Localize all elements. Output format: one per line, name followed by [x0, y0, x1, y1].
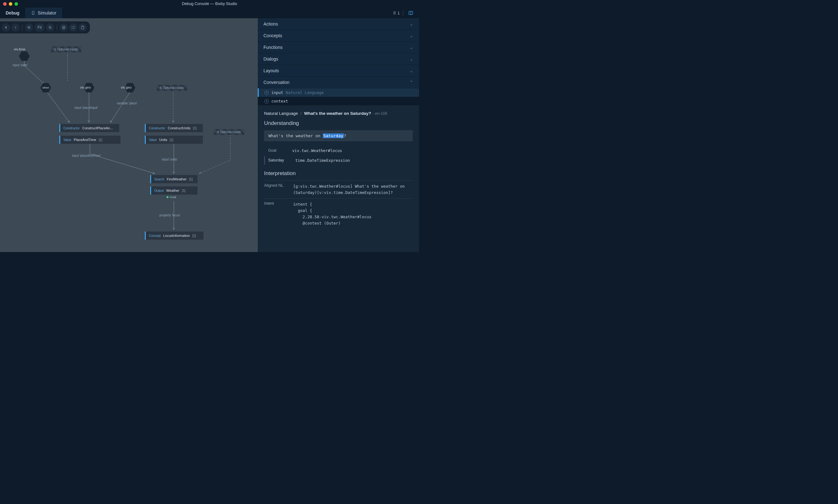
tab-simulator[interactable]: Simulator: [25, 7, 62, 18]
graph-node-hex[interactable]: [19, 51, 30, 61]
accordion-label: Dialogs: [264, 56, 278, 61]
graph-node[interactable]: Constructor ConstructUnits [1]: [145, 124, 203, 132]
intent-value: intent { goal { 2.28.58-viv.twc.Weather#…: [293, 201, 371, 227]
optional-inputs-badge[interactable]: 6 Optional Inputs: [157, 85, 187, 91]
chevron-down-icon: ⌄: [410, 45, 413, 50]
understanding-heading: Understanding: [264, 120, 413, 126]
accordion-item-dialogs[interactable]: Dialogs ⌄: [258, 53, 419, 65]
graph-toolbar: Fit: [0, 21, 90, 33]
plus-circle-icon: +: [264, 91, 269, 95]
goal-dot-icon: [166, 196, 168, 198]
intent-key: Intent: [264, 201, 289, 227]
main: Fit: [0, 18, 419, 252]
tab-debug[interactable]: Debug: [0, 7, 25, 18]
graph-node[interactable]: Value Units [1]: [145, 136, 203, 144]
hex-label: viv.time: [14, 47, 25, 51]
accordion-item-conversation[interactable]: Conversation ⌃: [258, 77, 419, 88]
conversation-context-item[interactable]: + context: [258, 97, 419, 105]
accordion-item-concepts[interactable]: Concepts ⌄: [258, 30, 419, 42]
graph-node-hex[interactable]: when: [40, 83, 51, 92]
svg-marker-17: [62, 26, 65, 28]
tab-label: Debug: [6, 11, 20, 16]
accordion-item-functions[interactable]: Functions ⌄: [258, 42, 419, 53]
layers-button[interactable]: [60, 23, 68, 32]
graph-node[interactable]: Value PlaceAndTime [1]: [59, 136, 121, 144]
chevron-up-icon: ⌃: [410, 80, 413, 85]
node-label: FindWeather: [167, 177, 187, 181]
accordion-item-layouts[interactable]: Layouts ⌄: [258, 65, 419, 77]
goal-badge: Goal: [164, 195, 179, 199]
node-type: Search: [154, 178, 164, 181]
node-count: [1]: [182, 189, 185, 192]
utterance-box: What's the weather on Saturday?: [264, 130, 413, 141]
tab-right-controls: 1: [392, 8, 419, 17]
zoom-in-button[interactable]: [25, 23, 33, 32]
aligned-nl-value: [g:viv.twc.Weather#locus] What's the wea…: [293, 183, 413, 196]
graph-node[interactable]: Concept LocusInformation [1]: [145, 232, 203, 240]
aligned-nl-row: Aligned NL [g:viv.twc.Weather#locus] Wha…: [264, 180, 413, 198]
edge-label: input 'date': [13, 64, 28, 67]
conversation-input-item[interactable]: + input Natural Language: [258, 88, 419, 97]
svg-line-11: [30, 28, 31, 29]
list-count-value: 1: [397, 11, 400, 16]
close-window-button[interactable]: [3, 2, 7, 6]
optional-inputs-badge[interactable]: 5 Optional Inputs: [51, 47, 82, 52]
breadcrumb-locale: - en-GB: [372, 111, 387, 116]
breadcrumb-separator: /: [300, 111, 302, 116]
device-icon: [31, 11, 35, 15]
maximize-window-button[interactable]: [15, 2, 18, 6]
tag-value: time.DateTimeExpression: [295, 158, 350, 163]
node-label: ConstructPlaceAn...: [82, 126, 113, 130]
hex-label: viv.geo: [121, 86, 131, 89]
accordion-label: Functions: [264, 45, 283, 50]
edge-label: input 'placeInput': [74, 106, 98, 109]
zoom-out-button[interactable]: [46, 23, 54, 32]
optional-inputs-badge[interactable]: 4 Optional Inputs: [214, 129, 244, 135]
details-panel: Natural Language / What's the weather on…: [258, 105, 419, 252]
list-count[interactable]: 1: [392, 11, 400, 16]
clipboard-button[interactable]: [78, 23, 87, 32]
accordion-item-actions[interactable]: Actions ⌄: [258, 18, 419, 30]
goal-label: Goal: [170, 195, 176, 199]
clipboard-icon: [81, 25, 85, 29]
node-label: PlaceAndTime: [74, 138, 96, 142]
graph-node[interactable]: Search FindWeather [1]: [150, 175, 197, 183]
edge-label: property 'locus': [159, 214, 180, 217]
node-label: ConstructUnits: [168, 126, 191, 130]
node-count: [1]: [189, 178, 193, 181]
settings-button[interactable]: [69, 23, 77, 32]
chevron-down-icon: ⌄: [410, 56, 413, 61]
fit-button[interactable]: Fit: [34, 23, 45, 32]
traffic-lights: [0, 2, 18, 6]
node-count: [1]: [193, 126, 197, 130]
breadcrumb-query: What's the weather on Saturday?: [304, 111, 371, 116]
nav-forward-button[interactable]: [11, 23, 20, 32]
node-count: [1]: [99, 138, 102, 142]
utterance-post: ?: [344, 133, 346, 138]
graph-node[interactable]: Output Weather [1]: [150, 186, 197, 195]
list-icon: [392, 11, 396, 15]
accordion-label: Actions: [264, 21, 278, 26]
layers-icon: [62, 25, 66, 29]
chevron-right-icon: [14, 25, 17, 29]
hex-label: viv.geo: [80, 86, 91, 89]
chevron-down-icon: ⌄: [410, 21, 413, 26]
breadcrumb: Natural Language / What's the weather on…: [264, 111, 413, 116]
graph-node[interactable]: Constructor ConstructPlaceAn...: [59, 124, 119, 132]
plus-circle-icon: +: [264, 99, 269, 104]
accordion-label: Concepts: [264, 33, 282, 38]
conv-hint: Natural Language: [286, 90, 324, 95]
svg-line-15: [51, 28, 52, 29]
accordion-label: Conversation: [264, 80, 290, 85]
goal-key: Goal:: [268, 148, 287, 153]
minimize-window-button[interactable]: [9, 2, 12, 6]
window-title: Debug Console — Bixby Studio: [182, 2, 237, 6]
edge-label: input 'units': [162, 158, 177, 161]
nav-back-button[interactable]: [2, 23, 10, 32]
graph-panel[interactable]: Fit: [0, 18, 258, 252]
node-label: Units: [159, 138, 167, 142]
node-type: Value: [64, 138, 71, 142]
panel-toggle-button[interactable]: [406, 8, 415, 17]
toolbar-separator: [22, 24, 22, 30]
goal-value: viv.twc.Weather#locus: [292, 148, 342, 153]
